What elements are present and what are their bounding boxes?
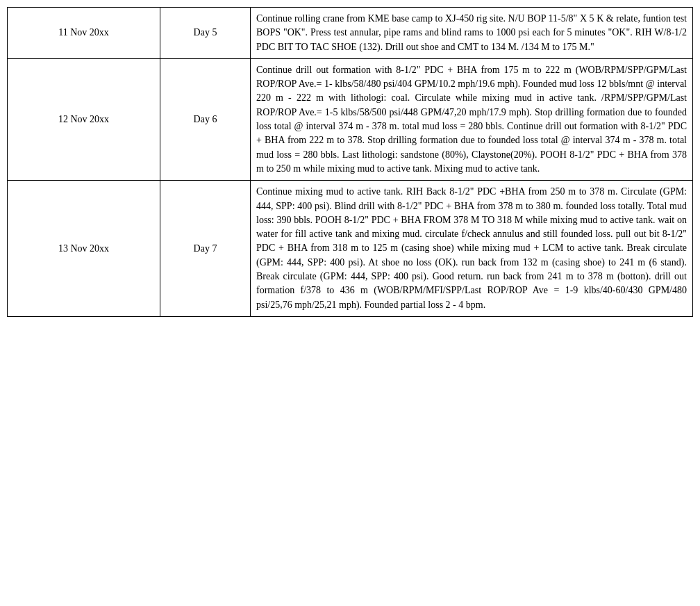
description-cell-0: Continue rolling crane from KME base cam… [251, 8, 693, 59]
day-cell-2: Day 7 [160, 181, 251, 317]
description-cell-1: Continue drill out formation with 8-1/2"… [251, 58, 693, 180]
date-cell-2: 13 Nov 20xx [8, 181, 160, 317]
drilling-log-table: 11 Nov 20xxDay 5Continue rolling crane f… [7, 7, 693, 317]
day-cell-1: Day 6 [160, 58, 251, 180]
date-cell-0: 11 Nov 20xx [8, 8, 160, 59]
main-table-container: 11 Nov 20xxDay 5Continue rolling crane f… [7, 7, 693, 317]
day-cell-0: Day 5 [160, 8, 251, 59]
description-cell-2: Continue mixing mud to active tank. RIH … [251, 181, 693, 317]
date-cell-1: 12 Nov 20xx [8, 58, 160, 180]
